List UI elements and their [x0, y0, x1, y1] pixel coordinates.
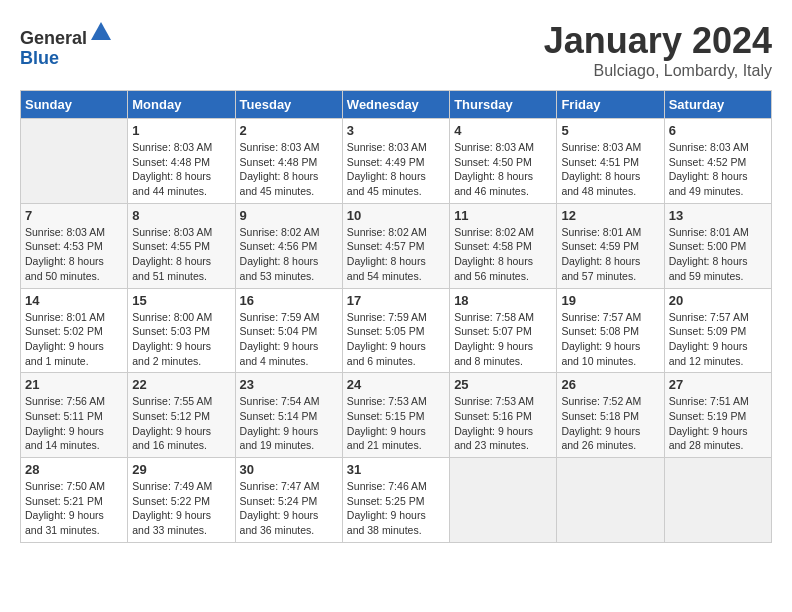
day-info: Sunrise: 8:03 AMSunset: 4:48 PMDaylight:…: [132, 140, 230, 199]
day-number: 20: [669, 293, 767, 308]
calendar-cell: 8Sunrise: 8:03 AMSunset: 4:55 PMDaylight…: [128, 203, 235, 288]
calendar-cell: 23Sunrise: 7:54 AMSunset: 5:14 PMDayligh…: [235, 373, 342, 458]
logo: General Blue: [20, 20, 113, 69]
calendar-cell: 4Sunrise: 8:03 AMSunset: 4:50 PMDaylight…: [450, 119, 557, 204]
day-number: 14: [25, 293, 123, 308]
day-info: Sunrise: 7:53 AMSunset: 5:16 PMDaylight:…: [454, 394, 552, 453]
calendar-cell: 29Sunrise: 7:49 AMSunset: 5:22 PMDayligh…: [128, 458, 235, 543]
svg-marker-0: [91, 22, 111, 40]
day-header-wednesday: Wednesday: [342, 91, 449, 119]
day-header-friday: Friday: [557, 91, 664, 119]
calendar-cell: 13Sunrise: 8:01 AMSunset: 5:00 PMDayligh…: [664, 203, 771, 288]
day-number: 18: [454, 293, 552, 308]
day-number: 1: [132, 123, 230, 138]
day-header-thursday: Thursday: [450, 91, 557, 119]
day-number: 24: [347, 377, 445, 392]
day-info: Sunrise: 7:56 AMSunset: 5:11 PMDaylight:…: [25, 394, 123, 453]
calendar-cell: 9Sunrise: 8:02 AMSunset: 4:56 PMDaylight…: [235, 203, 342, 288]
day-info: Sunrise: 8:01 AMSunset: 5:02 PMDaylight:…: [25, 310, 123, 369]
calendar-cell: 22Sunrise: 7:55 AMSunset: 5:12 PMDayligh…: [128, 373, 235, 458]
logo-general: General: [20, 28, 87, 48]
day-number: 17: [347, 293, 445, 308]
day-number: 31: [347, 462, 445, 477]
day-number: 15: [132, 293, 230, 308]
day-info: Sunrise: 8:00 AMSunset: 5:03 PMDaylight:…: [132, 310, 230, 369]
calendar-cell: 20Sunrise: 7:57 AMSunset: 5:09 PMDayligh…: [664, 288, 771, 373]
calendar-cell: 7Sunrise: 8:03 AMSunset: 4:53 PMDaylight…: [21, 203, 128, 288]
day-info: Sunrise: 7:58 AMSunset: 5:07 PMDaylight:…: [454, 310, 552, 369]
day-header-saturday: Saturday: [664, 91, 771, 119]
calendar-cell: [450, 458, 557, 543]
calendar-cell: 31Sunrise: 7:46 AMSunset: 5:25 PMDayligh…: [342, 458, 449, 543]
calendar-cell: 2Sunrise: 8:03 AMSunset: 4:48 PMDaylight…: [235, 119, 342, 204]
title-block: January 2024 Bulciago, Lombardy, Italy: [544, 20, 772, 80]
day-number: 16: [240, 293, 338, 308]
day-number: 5: [561, 123, 659, 138]
calendar-cell: 5Sunrise: 8:03 AMSunset: 4:51 PMDaylight…: [557, 119, 664, 204]
logo-blue: Blue: [20, 48, 59, 68]
day-number: 22: [132, 377, 230, 392]
day-number: 25: [454, 377, 552, 392]
calendar-cell: 26Sunrise: 7:52 AMSunset: 5:18 PMDayligh…: [557, 373, 664, 458]
day-header-monday: Monday: [128, 91, 235, 119]
day-info: Sunrise: 7:49 AMSunset: 5:22 PMDaylight:…: [132, 479, 230, 538]
day-number: 7: [25, 208, 123, 223]
day-info: Sunrise: 7:59 AMSunset: 5:04 PMDaylight:…: [240, 310, 338, 369]
day-info: Sunrise: 7:47 AMSunset: 5:24 PMDaylight:…: [240, 479, 338, 538]
day-info: Sunrise: 7:55 AMSunset: 5:12 PMDaylight:…: [132, 394, 230, 453]
calendar-cell: 21Sunrise: 7:56 AMSunset: 5:11 PMDayligh…: [21, 373, 128, 458]
day-number: 19: [561, 293, 659, 308]
day-info: Sunrise: 7:52 AMSunset: 5:18 PMDaylight:…: [561, 394, 659, 453]
day-info: Sunrise: 8:01 AMSunset: 5:00 PMDaylight:…: [669, 225, 767, 284]
day-info: Sunrise: 7:50 AMSunset: 5:21 PMDaylight:…: [25, 479, 123, 538]
day-info: Sunrise: 8:03 AMSunset: 4:49 PMDaylight:…: [347, 140, 445, 199]
calendar-cell: 18Sunrise: 7:58 AMSunset: 5:07 PMDayligh…: [450, 288, 557, 373]
day-number: 28: [25, 462, 123, 477]
day-number: 30: [240, 462, 338, 477]
page-header: General Blue January 2024 Bulciago, Lomb…: [20, 20, 772, 80]
day-number: 12: [561, 208, 659, 223]
calendar-cell: [21, 119, 128, 204]
day-info: Sunrise: 8:03 AMSunset: 4:51 PMDaylight:…: [561, 140, 659, 199]
calendar-cell: 12Sunrise: 8:01 AMSunset: 4:59 PMDayligh…: [557, 203, 664, 288]
day-number: 8: [132, 208, 230, 223]
day-number: 2: [240, 123, 338, 138]
calendar-cell: 25Sunrise: 7:53 AMSunset: 5:16 PMDayligh…: [450, 373, 557, 458]
logo-icon: [89, 20, 113, 44]
day-info: Sunrise: 7:46 AMSunset: 5:25 PMDaylight:…: [347, 479, 445, 538]
day-number: 10: [347, 208, 445, 223]
day-info: Sunrise: 8:03 AMSunset: 4:48 PMDaylight:…: [240, 140, 338, 199]
calendar-cell: 11Sunrise: 8:02 AMSunset: 4:58 PMDayligh…: [450, 203, 557, 288]
calendar-cell: [557, 458, 664, 543]
calendar-cell: 27Sunrise: 7:51 AMSunset: 5:19 PMDayligh…: [664, 373, 771, 458]
day-number: 4: [454, 123, 552, 138]
day-info: Sunrise: 7:57 AMSunset: 5:09 PMDaylight:…: [669, 310, 767, 369]
day-number: 27: [669, 377, 767, 392]
calendar-cell: 3Sunrise: 8:03 AMSunset: 4:49 PMDaylight…: [342, 119, 449, 204]
calendar-cell: 6Sunrise: 8:03 AMSunset: 4:52 PMDaylight…: [664, 119, 771, 204]
day-info: Sunrise: 7:59 AMSunset: 5:05 PMDaylight:…: [347, 310, 445, 369]
day-header-sunday: Sunday: [21, 91, 128, 119]
location: Bulciago, Lombardy, Italy: [544, 62, 772, 80]
day-number: 21: [25, 377, 123, 392]
day-info: Sunrise: 7:51 AMSunset: 5:19 PMDaylight:…: [669, 394, 767, 453]
day-info: Sunrise: 7:53 AMSunset: 5:15 PMDaylight:…: [347, 394, 445, 453]
calendar-cell: 14Sunrise: 8:01 AMSunset: 5:02 PMDayligh…: [21, 288, 128, 373]
calendar-table: SundayMondayTuesdayWednesdayThursdayFrid…: [20, 90, 772, 543]
day-info: Sunrise: 8:02 AMSunset: 4:56 PMDaylight:…: [240, 225, 338, 284]
calendar-cell: 24Sunrise: 7:53 AMSunset: 5:15 PMDayligh…: [342, 373, 449, 458]
day-number: 13: [669, 208, 767, 223]
calendar-cell: 10Sunrise: 8:02 AMSunset: 4:57 PMDayligh…: [342, 203, 449, 288]
calendar-cell: 1Sunrise: 8:03 AMSunset: 4:48 PMDaylight…: [128, 119, 235, 204]
calendar-cell: 16Sunrise: 7:59 AMSunset: 5:04 PMDayligh…: [235, 288, 342, 373]
calendar-cell: 30Sunrise: 7:47 AMSunset: 5:24 PMDayligh…: [235, 458, 342, 543]
day-number: 9: [240, 208, 338, 223]
day-number: 3: [347, 123, 445, 138]
calendar-cell: 17Sunrise: 7:59 AMSunset: 5:05 PMDayligh…: [342, 288, 449, 373]
calendar-cell: 15Sunrise: 8:00 AMSunset: 5:03 PMDayligh…: [128, 288, 235, 373]
day-info: Sunrise: 8:02 AMSunset: 4:58 PMDaylight:…: [454, 225, 552, 284]
day-info: Sunrise: 8:03 AMSunset: 4:55 PMDaylight:…: [132, 225, 230, 284]
day-info: Sunrise: 8:03 AMSunset: 4:53 PMDaylight:…: [25, 225, 123, 284]
day-info: Sunrise: 8:02 AMSunset: 4:57 PMDaylight:…: [347, 225, 445, 284]
month-title: January 2024: [544, 20, 772, 62]
